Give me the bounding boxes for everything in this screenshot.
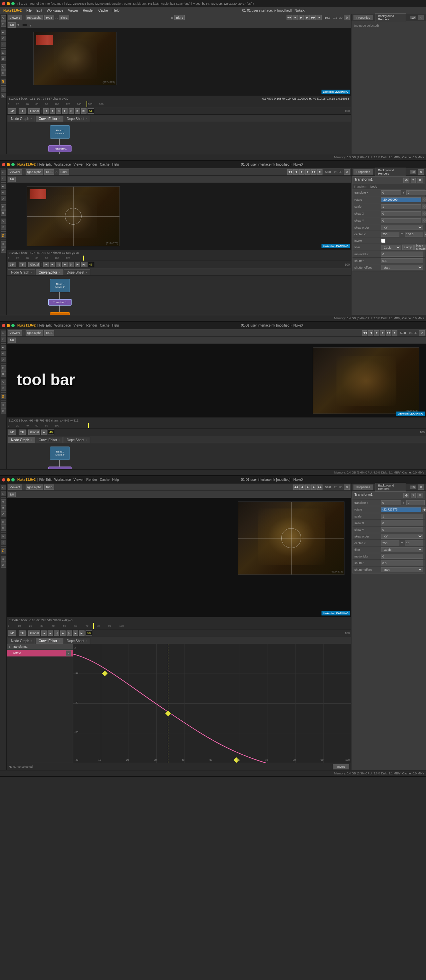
frame-field-2[interactable]: 47: [87, 262, 94, 267]
zoom-label[interactable]: 24*: [8, 108, 16, 114]
tab-dope-sheet-4[interactable]: Dope Sheet ×: [63, 638, 90, 644]
frame-field-4[interactable]: 50: [86, 630, 92, 636]
fraction-btn-2[interactable]: 1/8: [8, 177, 16, 182]
tab-ng-close-3[interactable]: ×: [30, 439, 32, 442]
tab-ng-close-4[interactable]: ×: [30, 640, 32, 643]
rotate-input[interactable]: [381, 197, 421, 202]
props-close-4[interactable]: ✕: [418, 485, 424, 490]
tool2-scale[interactable]: ⤢: [1, 196, 6, 201]
t-play-4[interactable]: ▶: [60, 630, 66, 636]
close-icon-3[interactable]: [2, 324, 5, 327]
play-btn-2[interactable]: ▶: [299, 169, 304, 175]
tool-paint[interactable]: ✎: [1, 64, 6, 70]
props-tab-1[interactable]: Properties: [353, 15, 373, 20]
viewer1-label-4[interactable]: Viewer1: [8, 485, 22, 490]
tool2-g[interactable]: G: [1, 233, 6, 238]
tf-btn-3[interactable]: TF: [19, 430, 25, 435]
skew-order-select[interactable]: XYYX: [381, 225, 423, 230]
prev-frame-btn-3[interactable]: ◀: [368, 330, 374, 336]
blur1-label[interactable]: Blur1: [59, 15, 69, 20]
maximize-icon-3[interactable]: [11, 324, 15, 327]
tool3-extra2[interactable]: ⊕: [1, 408, 6, 414]
transform-help-btn[interactable]: ?: [411, 178, 416, 183]
rotate-track-row[interactable]: rotate ×: [7, 650, 73, 657]
next-frame-btn-2[interactable]: ▶: [305, 169, 310, 175]
play-btn-3[interactable]: ▶: [374, 330, 379, 336]
minimize-icon-3[interactable]: [7, 324, 10, 327]
tool3-clone[interactable]: ©: [1, 385, 6, 391]
transform-settings-btn[interactable]: ⚙: [403, 178, 409, 183]
tab-node-graph-2[interactable]: Node Graph ×: [8, 269, 35, 275]
tab-ds-close-3[interactable]: ×: [86, 439, 87, 442]
tool-scale[interactable]: ⤢: [1, 41, 6, 47]
stop-btn-3[interactable]: ■: [392, 330, 397, 336]
tool2-move[interactable]: ✥: [1, 184, 6, 189]
tab-curve-editor-3[interactable]: Curve Editor ×: [36, 437, 63, 443]
tab-ds-close-4[interactable]: ×: [86, 640, 87, 643]
shutter-input-4[interactable]: [381, 560, 423, 565]
maximize-icon[interactable]: [11, 2, 15, 5]
skew-order-select-4[interactable]: XYYX: [381, 534, 423, 539]
skew-x-input[interactable]: [381, 211, 421, 216]
channel-select[interactable]: rgba.alpha: [25, 15, 43, 20]
tab-dope-sheet-3[interactable]: Dope Sheet ×: [63, 437, 90, 443]
t-play-3[interactable]: ▶: [41, 430, 47, 435]
tool-extra2[interactable]: ⊕: [1, 93, 6, 98]
tool3-arrow[interactable]: ↖: [1, 331, 6, 336]
rotate-track-close[interactable]: ×: [66, 651, 71, 656]
menu-file[interactable]: File: [24, 8, 33, 13]
menu-viewer-4[interactable]: Viewer: [74, 478, 84, 482]
tab-ce-close-3[interactable]: ×: [59, 439, 60, 442]
global-btn-4[interactable]: Global: [28, 630, 40, 636]
menu-help-3[interactable]: Help: [112, 323, 119, 327]
menu-workspace[interactable]: Workspace: [44, 8, 65, 13]
settings-btn-3[interactable]: ⚙: [419, 330, 424, 336]
t-step-fwd-4[interactable]: ▷: [67, 630, 72, 636]
tool4-paint[interactable]: ✎: [1, 534, 6, 539]
center-y-input[interactable]: [405, 232, 423, 237]
props-tab-4[interactable]: Properties: [353, 485, 373, 490]
props-close-2[interactable]: ✕: [418, 169, 424, 175]
t-rewind[interactable]: |◀: [43, 108, 49, 114]
menu-viewer-2[interactable]: Viewer: [74, 162, 84, 166]
settings-btn-1[interactable]: ⚙: [344, 15, 350, 20]
tool3-crop[interactable]: ⊞: [1, 365, 6, 371]
scale-anim-btn[interactable]: ◇: [422, 204, 426, 209]
tool4-select[interactable]: □: [1, 491, 6, 496]
tab-ds-close[interactable]: ×: [86, 117, 87, 120]
translate-y-input[interactable]: [406, 190, 426, 195]
tool4-extra1[interactable]: ≡: [1, 557, 6, 562]
t-prev[interactable]: ◀: [49, 108, 55, 114]
rewind-btn-3[interactable]: ◀◀: [362, 330, 367, 336]
t-forward-2[interactable]: ▶|: [81, 262, 87, 267]
t-step-back[interactable]: ◁: [56, 108, 61, 114]
blur-node-2[interactable]: Blur1: [50, 312, 70, 315]
tool2-extra1[interactable]: ≡: [1, 241, 6, 247]
transform-close-btn-4[interactable]: ✕: [417, 493, 423, 498]
menu-edit-3[interactable]: Edit: [46, 323, 52, 327]
close-icon[interactable]: [2, 2, 5, 5]
minimize-icon[interactable]: [7, 2, 10, 5]
menu-file-2[interactable]: File: [39, 162, 44, 166]
display-select[interactable]: RGB: [44, 15, 54, 20]
t-play-2[interactable]: ▶: [62, 262, 68, 267]
play-btn-4[interactable]: ▶: [305, 485, 310, 490]
rewind-btn-2[interactable]: ◀◀: [287, 169, 293, 175]
t-next-2[interactable]: ▶: [75, 262, 80, 267]
translate-x-input-4[interactable]: [381, 500, 401, 505]
tab-node-graph-4[interactable]: Node Graph ×: [8, 638, 35, 644]
menu-cache-4[interactable]: Cache: [100, 478, 109, 482]
tool2-clone[interactable]: ©: [1, 224, 6, 230]
rewind-btn-4[interactable]: ◀◀: [293, 485, 299, 490]
forward-btn-2[interactable]: ▶▶: [311, 169, 317, 175]
bg-renders-tab-4[interactable]: Background Renders: [375, 483, 406, 492]
tab-ng-close[interactable]: ×: [30, 117, 32, 120]
next-frame-btn-3[interactable]: ▶: [380, 330, 385, 336]
menu-render[interactable]: Render: [81, 8, 96, 13]
menu-help[interactable]: Help: [111, 8, 122, 13]
tool4-extra2[interactable]: ⊕: [1, 563, 6, 568]
props-close-1[interactable]: ✕: [418, 15, 424, 20]
zoom-label-3[interactable]: 24*: [8, 430, 16, 435]
tab-curve-editor-1[interactable]: Curve Editor ×: [36, 116, 63, 122]
close-icon-4[interactable]: [2, 478, 5, 482]
